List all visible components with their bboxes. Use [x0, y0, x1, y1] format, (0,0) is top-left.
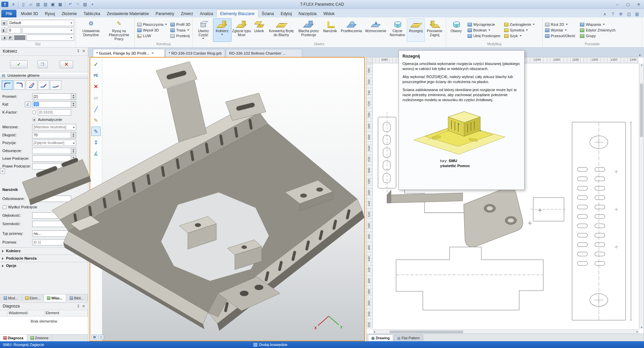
utworz-czesc-button[interactable]: Utwórz Część — [194, 18, 213, 42]
symetria-button[interactable]: Symetria — [503, 28, 536, 32]
line-type-select[interactable] — [22, 27, 74, 33]
konwertuj-bryle-button[interactable]: Konwertuj Bryłę do Blachy — [266, 18, 297, 42]
panel-close-icon[interactable]: ✕ — [82, 304, 85, 308]
plaszczyzna-button[interactable]: Płaszczyzna — [136, 22, 168, 27]
app-icon[interactable]: T — [1, 2, 8, 7]
measured-select[interactable]: [Warstwa neutralna] — [32, 124, 76, 130]
rzut-2d-button[interactable]: Rzut 2D — [544, 22, 576, 27]
draw-on-workplane-button[interactable]: ✎ Rysuj na Płaszczyźnie Pracy — [105, 18, 133, 42]
przesun-obroc-button[interactable]: Przesuń/Obróć — [544, 33, 576, 38]
utnij-przekrojem-button[interactable]: Utnij Przekrojem — [467, 33, 501, 38]
luw-button[interactable]: LUW — [136, 33, 168, 38]
left-relief-input[interactable] — [32, 155, 71, 162]
tab-tabliczka[interactable]: Tabliczka — [80, 10, 103, 17]
zgiecie-typu-most-button[interactable]: Zgięcie typu Most — [231, 18, 252, 42]
ponownie-zagnij-button[interactable]: Ponownie Zagnij — [425, 18, 444, 42]
tab-zmienne[interactable]: Zmienne — [27, 335, 52, 341]
length-input[interactable]: 70 — [32, 132, 71, 138]
redo-icon[interactable]: ↷ — [74, 1, 81, 8]
tab-model[interactable]: Mod... — [0, 294, 22, 301]
extend-relief-checkbox[interactable] — [3, 205, 6, 209]
gap-spinner[interactable] — [71, 239, 76, 246]
angle-formula-icon[interactable]: ∠ — [25, 101, 31, 107]
tab-parametry[interactable]: Parametry — [152, 10, 177, 17]
sketch-pencil-yellow-icon[interactable]: ✎ — [91, 116, 101, 125]
close-button[interactable]: ✕ — [633, 1, 644, 8]
column-wiadomosc[interactable]: Wiadomość — [7, 310, 44, 316]
right-relief-spinner[interactable] — [71, 163, 76, 169]
fill-color-icon[interactable]: ◨ — [1, 35, 7, 40]
right-relief-input[interactable] — [32, 163, 71, 169]
przetloczenia-button[interactable]: Przetłoczenia — [339, 18, 364, 42]
flange-type-1-button[interactable] — [2, 80, 13, 90]
move-node-icon[interactable]: ⇕ — [91, 138, 101, 147]
collapse-panel-button[interactable]: « — [0, 168, 5, 174]
kolnierz-button[interactable]: Kołnierz — [213, 18, 231, 42]
document-tab-bellows-chamber[interactable]: RD-336-102 Bellows Chamber ... — [226, 49, 302, 57]
uskok-button[interactable]: Uskok — [252, 18, 266, 42]
close-tab-icon[interactable]: ✕ — [151, 51, 154, 55]
flange-type-2-button[interactable] — [14, 80, 25, 90]
menu-icon[interactable]: ≡ — [10, 1, 17, 8]
ciecie-normalne-button[interactable]: Cięcie Normalne — [388, 18, 407, 42]
przekroj-button[interactable]: Przekrój — [169, 33, 191, 38]
depth-input[interactable] — [32, 212, 71, 219]
3d-viewport[interactable]: ✓ PE ✕ ▱ ╱ ✎ ✎ ⇕ ∡ ▦ ◫ — [90, 57, 365, 341]
line-width-input[interactable]: 0 — [8, 27, 21, 33]
construction-line-icon[interactable]: ╱ — [91, 105, 101, 114]
tab-narzedzia[interactable]: Narzędzia — [295, 10, 320, 17]
angle-spinner[interactable] — [71, 101, 76, 108]
folder-icon[interactable]: ▥ — [42, 1, 49, 8]
scrollbar-thumb[interactable] — [389, 331, 463, 333]
material-select[interactable] — [26, 34, 74, 41]
tab-zestawienie-materialow[interactable]: Zestawienie Materiałów — [103, 10, 152, 17]
naroznik-button[interactable]: Narożnik — [321, 18, 339, 42]
angle-input[interactable]: 90 — [32, 101, 71, 108]
scroll-left-icon[interactable]: ◂ — [373, 330, 376, 333]
panels-icon[interactable]: ◫ — [626, 12, 632, 16]
boolean-button[interactable]: Boolean — [467, 28, 501, 32]
tab-rysuj[interactable]: Rysuj — [42, 10, 58, 17]
import-icon[interactable]: ▤ — [35, 1, 42, 8]
isolated-input[interactable] — [32, 196, 71, 202]
tab-zmierz[interactable]: Zmierz — [177, 10, 197, 17]
document-tab-gusset[interactable]: * Gusset, Flange by 3D Profil... ✕ — [93, 49, 165, 57]
tab-elementy-blaszane[interactable]: Elementy Blaszane — [216, 9, 258, 17]
radius-spinner[interactable] — [71, 93, 76, 100]
split-view-icon[interactable]: ◫ — [98, 335, 104, 340]
offset-input[interactable] — [32, 148, 71, 154]
vertical-scrollbar[interactable]: ▴ ▾ — [639, 63, 644, 329]
default-settings-button[interactable]: ⚙ Ustawienia Domyślne — [77, 18, 105, 42]
line-color-icon[interactable]: ◩ — [8, 35, 13, 40]
section-opcje[interactable]: Opcje — [0, 262, 88, 269]
hatch-style-icon[interactable]: ▦ — [1, 20, 7, 25]
settings-gear-icon[interactable]: ⚙ — [618, 12, 624, 16]
gap-type-select[interactable]: na... — [32, 230, 76, 237]
tab-plik[interactable]: Plik — [1, 10, 16, 17]
automatic-radio[interactable] — [32, 118, 36, 122]
flange-type-5-button[interactable] — [50, 80, 61, 90]
scroll-up-icon[interactable]: ▴ — [640, 63, 643, 66]
pin-icon[interactable]: ↧ — [77, 49, 80, 53]
cancel-icon[interactable]: ✕ — [91, 82, 101, 91]
wyciagniecie-button[interactable]: Wyciągnięcie — [467, 22, 501, 27]
rozegnij-button[interactable]: Rozegnij — [407, 18, 425, 42]
tab-sciana[interactable]: Ściana — [258, 10, 277, 17]
confirm-icon[interactable]: ✓ — [91, 60, 101, 69]
vertical-ruler[interactable]: 7807607407207006806606406206005805605405… — [367, 63, 373, 329]
grupy-button[interactable]: Grupy — [579, 33, 616, 38]
tab-model-3d[interactable]: Model 3D — [17, 10, 41, 17]
cancel-button[interactable]: ✕ — [60, 60, 73, 68]
tab-drawing[interactable]: ▤Drawing — [368, 335, 393, 341]
scrollbar-thumb[interactable] — [640, 83, 643, 137]
tab-properties[interactable]: Włas... — [44, 294, 66, 301]
section-kolnierz[interactable]: Kołnierz — [0, 247, 88, 254]
print-icon[interactable]: ▦ — [57, 1, 64, 8]
grid-view-icon[interactable]: ▦ — [92, 335, 97, 340]
offset-spinner[interactable] — [71, 148, 76, 154]
wymiar-button[interactable]: Wymiar — [544, 28, 576, 32]
sketch-pencil-blue-icon[interactable]: ✎ — [91, 127, 101, 136]
new-document-icon[interactable]: ▯ — [20, 1, 27, 8]
edytor-zmiennych-button[interactable]: Edytor Zmiennych — [579, 28, 616, 32]
panel-close-icon[interactable]: ✕ — [82, 49, 85, 53]
